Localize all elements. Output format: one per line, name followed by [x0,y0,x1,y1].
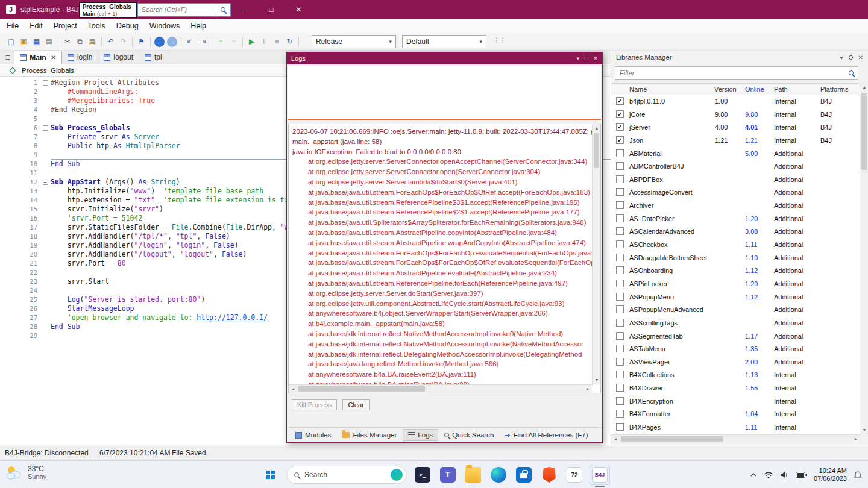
open-project-icon[interactable]: ▣ [18,36,30,48]
edge-button[interactable] [488,465,509,485]
tab-close-icon[interactable]: ✕ [51,54,56,61]
scrollbar-thumb[interactable] [861,93,867,170]
scroll-down-icon[interactable]: ▼ [593,376,601,384]
ide-search-input[interactable] [138,4,216,16]
library-checkbox[interactable] [616,175,624,183]
library-checkbox[interactable] [616,280,624,287]
library-checkbox[interactable] [616,293,624,301]
uncomment-icon[interactable]: ≡ [228,36,239,48]
kill-process-button[interactable]: Kill Process [292,399,337,410]
indent-icon[interactable]: ⇥ [197,36,209,48]
library-checkbox[interactable] [616,188,624,196]
dock-tab-quick-search[interactable]: Quick Search [439,430,498,440]
close-icon[interactable]: ✕ [858,54,863,61]
app-72-button[interactable]: 72 [564,465,585,485]
scroll-left-icon[interactable]: ◄ [611,435,620,443]
library-checkbox[interactable] [616,332,624,340]
library-checkbox[interactable] [616,214,624,222]
library-checkbox[interactable] [616,358,624,366]
library-row[interactable]: ASCheckbox1.11Additional [611,239,860,252]
fold-toggle-icon[interactable]: − [43,80,48,86]
weather-widget[interactable]: 33°C Sunny [5,465,46,480]
scrollbar-thumb[interactable] [298,386,425,392]
library-row[interactable]: ASPinLocker1.20Additional [611,278,860,291]
library-row[interactable]: ASTabMenu1.35Additional [611,343,860,356]
menu-item-file[interactable]: File [1,19,24,33]
libraries-vertical-scrollbar[interactable]: ▲ ▼ [860,83,868,434]
library-row[interactable]: ASViewPager2.00Additional [611,356,860,369]
menu-item-project[interactable]: Project [48,19,83,33]
maximize-button[interactable]: □ [258,0,285,19]
search-button[interactable] [216,4,230,16]
forward-icon[interactable]: → [167,37,177,47]
dock-tab-find-references[interactable]: ➔Find All References (F7) [500,430,593,441]
battery-icon[interactable] [796,472,807,478]
start-button[interactable] [260,465,281,485]
dock-tab-files-manager[interactable]: Files Manager [337,430,401,440]
bookmark-icon[interactable]: ⚑ [136,36,147,48]
column-header-path[interactable]: Path [774,86,788,93]
new-project-icon[interactable]: ▢ [5,36,17,48]
outdent-icon[interactable]: ⇤ [184,36,196,48]
column-header-online[interactable]: Online [745,86,764,93]
library-row[interactable]: B4XEncryptionInternal [611,395,860,408]
library-checkbox[interactable] [616,345,624,352]
library-checkbox[interactable] [616,254,624,261]
maximize-icon[interactable]: □ [585,55,588,61]
log-vertical-scrollbar[interactable]: ▲ ▼ [592,124,600,384]
library-row[interactable]: ASPopupMenu1.12Additional [611,291,860,304]
chevron-down-icon[interactable]: ▾ [840,54,843,61]
chevron-up-icon[interactable] [750,472,757,477]
column-header-name[interactable]: Name [629,86,711,93]
library-row[interactable]: ASPopupMenuAdvancedAdditional [611,304,860,317]
pause-icon[interactable]: ‖ [259,36,270,48]
library-checkbox[interactable] [616,162,624,170]
quick-jump-widget[interactable]: Process_Globals Main (ctrl + 1) [79,2,137,18]
ide-search-box[interactable] [137,3,231,17]
menu-item-debug[interactable]: Debug [111,19,144,33]
recompile-icon[interactable]: ↻ [284,36,295,48]
library-row[interactable]: ASDraggableBottomSheet1.10Additional [611,252,860,265]
brave-button[interactable] [539,465,559,485]
library-row[interactable]: ASSegmentedTab1.17Additional [611,330,860,343]
teams-button[interactable] [438,465,458,485]
minimize-button[interactable]: – [231,0,258,19]
comment-icon[interactable]: ≡ [215,36,227,48]
store-button[interactable] [514,465,534,485]
library-row[interactable]: B4XFormatter1.04Internal [611,408,860,421]
library-checkbox[interactable] [616,384,624,392]
library-checkbox[interactable]: ✓ [616,123,624,131]
column-header-version[interactable]: Version [714,86,737,93]
library-row[interactable]: ABPDFBoxAdditional [611,174,860,187]
scroll-left-icon[interactable]: ◄ [289,385,297,393]
scrollbar-thumb[interactable] [621,436,723,442]
library-row[interactable]: ABMControllerB4JAdditional [611,160,860,174]
scroll-up-icon[interactable]: ▲ [860,83,868,92]
logs-title-bar[interactable]: Logs ▾□✕ [287,52,602,64]
libraries-horizontal-scrollbar[interactable]: ◄ ► [611,434,860,443]
library-row[interactable]: ✓Json1.211.21InternalB4J [611,134,860,148]
menu-item-windows[interactable]: Windows [144,19,186,33]
pin-icon[interactable] [849,55,853,60]
scroll-up-icon[interactable]: ▲ [593,124,601,133]
taskbar-search[interactable]: Search [286,466,407,484]
log-area[interactable]: 2023-06-07 10:21:06.669:INFO :oejs.Serve… [288,124,601,393]
library-row[interactable]: ArchiverAdditional [611,199,860,213]
paste-icon[interactable]: ▤ [87,36,98,48]
column-header-platforms[interactable]: Platforms [820,86,848,93]
library-row[interactable]: ABMaterial5.00Additional [611,148,860,161]
library-row[interactable]: B4XCollections1.13Internal [611,369,860,382]
library-row[interactable]: B4XPages1.11Internal [611,421,860,434]
menu-item-help[interactable]: Help [185,19,212,33]
redo-icon[interactable]: ↷ [118,36,129,48]
clear-logs-button[interactable]: Clear [342,399,369,410]
back-icon[interactable]: ← [154,37,165,47]
library-checkbox[interactable]: ✓ [616,136,624,144]
library-filter[interactable] [615,66,858,80]
close-icon[interactable]: ✕ [593,55,598,61]
library-checkbox[interactable]: ✓ [616,97,624,105]
fold-toggle-icon[interactable]: − [43,125,48,131]
cut-icon[interactable]: ✂ [61,36,73,48]
library-checkbox[interactable] [616,371,624,378]
library-row[interactable]: B4XDrawer1.55Internal [611,382,860,395]
